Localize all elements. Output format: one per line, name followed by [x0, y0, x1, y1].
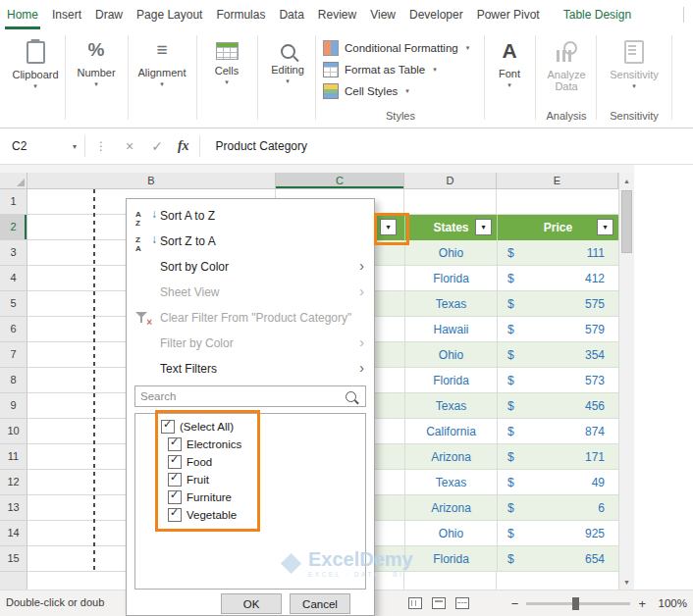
format-as-table-button[interactable]: Format as Table ▾ [319, 59, 482, 80]
cell-state[interactable]: Florida [404, 368, 497, 393]
row-header-4[interactable]: 4 [0, 266, 27, 291]
scroll-down-button[interactable]: ▼ [619, 574, 634, 590]
column-header-c[interactable]: C [276, 173, 404, 189]
cell-price[interactable]: $456 [497, 393, 618, 419]
enter-entry-icon[interactable]: ✓ [151, 138, 163, 154]
page-layout-view-button[interactable] [432, 597, 446, 609]
row-header-8[interactable]: 8 [0, 368, 27, 393]
vertical-scrollbar[interactable]: ▲ ▼ [618, 173, 634, 590]
cell-price[interactable]: $575 [497, 291, 618, 317]
clipboard-button[interactable]: Clipboard ▾ [8, 31, 63, 126]
row-header-14[interactable]: 14 [0, 521, 27, 546]
insert-function-icon[interactable]: fx [178, 138, 189, 154]
cell-price[interactable]: $579 [497, 317, 618, 342]
states-filter-button[interactable]: ▾ [475, 219, 492, 235]
scroll-up-button[interactable]: ▲ [619, 173, 634, 188]
cell-state[interactable]: Arizona [404, 444, 497, 470]
zoom-out-button[interactable]: − [511, 596, 519, 611]
tab-review[interactable]: Review [311, 0, 363, 29]
row-header-13[interactable]: 13 [0, 495, 27, 521]
cell-state[interactable]: Ohio [404, 521, 497, 546]
cell-price[interactable]: $111 [497, 240, 618, 266]
editing-button[interactable]: Editing ▾ [261, 31, 314, 126]
cell-price[interactable]: $6 [497, 495, 618, 521]
table-header-price[interactable]: Price ▾ [497, 215, 618, 240]
row-header-2[interactable]: 2 [0, 215, 27, 240]
cancel-entry-icon[interactable]: × [126, 138, 133, 154]
cell-price[interactable]: $874 [497, 419, 618, 444]
tab-insert[interactable]: Insert [45, 0, 88, 29]
cell-state[interactable]: Hawaii [404, 317, 497, 342]
cell-price[interactable]: $925 [497, 521, 618, 546]
column-header-b[interactable]: B [27, 173, 276, 189]
normal-view-button[interactable] [408, 597, 422, 609]
menu-item-sort-z-to-a[interactable]: ZA↓ Sort Z to A [127, 229, 374, 254]
tab-bar-divider [683, 7, 684, 23]
row-header-15[interactable]: 15 [0, 546, 27, 572]
scrollbar-thumb[interactable] [621, 190, 632, 253]
row-header-5[interactable]: 5 [0, 291, 27, 317]
tab-power-pivot[interactable]: Power Pivot [470, 0, 547, 29]
cell-state[interactable]: Texas [404, 470, 497, 495]
menu-item-text-filters[interactable]: Text Filters › [127, 356, 374, 382]
cell-styles-button[interactable]: Cell Styles ▾ [319, 80, 482, 102]
zoom-level[interactable]: 100% [654, 597, 687, 609]
number-button[interactable]: % Number ▾ [71, 31, 122, 126]
tab-data[interactable]: Data [272, 0, 310, 29]
alignment-button[interactable]: ≡ Alignment ▾ [132, 31, 192, 126]
row-header-3[interactable]: 3 [0, 240, 27, 266]
tab-page-layout[interactable]: Page Layout [130, 0, 209, 29]
menu-item-sort-by-color[interactable]: Sort by Color › [127, 254, 374, 280]
tab-view[interactable]: View [363, 0, 402, 29]
conditional-formatting-button[interactable]: Conditional Formatting ▾ [319, 37, 482, 59]
price-filter-button[interactable]: ▾ [597, 219, 613, 235]
cell-price[interactable]: $171 [497, 444, 618, 470]
cell-state[interactable]: Arizona [404, 495, 497, 521]
cancel-button[interactable]: Cancel [290, 593, 350, 614]
currency-symbol: $ [507, 425, 514, 438]
column-header-e[interactable]: E [497, 173, 618, 189]
cell-state[interactable]: Texas [404, 291, 497, 317]
cell-state[interactable]: Florida [404, 266, 497, 291]
cell-price[interactable]: $654 [497, 546, 618, 572]
formula-bar-dots-icon[interactable]: ⋮ [95, 139, 107, 153]
row-header-7[interactable]: 7 [0, 342, 27, 368]
row-header-9[interactable]: 9 [0, 393, 27, 419]
zoom-in-button[interactable]: + [638, 596, 646, 611]
name-box[interactable]: C2 ▾ [0, 128, 84, 164]
zoom-slider-thumb[interactable] [572, 597, 579, 610]
font-button[interactable]: A Font ▾ [488, 31, 531, 126]
cell-state[interactable]: Ohio [404, 342, 497, 368]
cell-state[interactable]: Ohio [404, 240, 497, 266]
cell-state[interactable]: Texas [404, 393, 497, 419]
formula-bar-input[interactable]: Product Category [200, 139, 693, 153]
font-label: Font [499, 68, 520, 79]
row-header-6[interactable]: 6 [0, 317, 27, 342]
filter-search-input[interactable] [135, 389, 346, 403]
cells-button[interactable]: Cells ▾ [200, 31, 253, 126]
name-box-dropdown-icon[interactable]: ▾ [73, 142, 77, 151]
tab-developer[interactable]: Developer [402, 0, 470, 29]
cell-price[interactable]: $49 [497, 470, 618, 495]
tab-draw[interactable]: Draw [88, 0, 130, 29]
tab-table-design[interactable]: Table Design [557, 0, 638, 29]
row-header-12[interactable]: 12 [0, 470, 27, 495]
zoom-slider[interactable] [526, 602, 630, 605]
row-header-10[interactable]: 10 [0, 419, 27, 444]
page-break-view-button[interactable] [455, 597, 469, 609]
tab-formulas[interactable]: Formulas [209, 0, 272, 29]
select-all-corner[interactable] [0, 173, 27, 189]
cell-state[interactable]: California [404, 419, 497, 444]
tab-home[interactable]: Home [0, 0, 45, 29]
cell-state[interactable]: Florida [404, 546, 497, 572]
row-header-11[interactable]: 11 [0, 444, 27, 470]
menu-item-sort-a-to-z[interactable]: AZ↓ Sort A to Z [127, 203, 374, 229]
ok-button[interactable]: OK [221, 593, 282, 614]
cell-price[interactable]: $412 [497, 266, 618, 291]
cell-price[interactable]: $573 [497, 368, 618, 393]
cell-price[interactable]: $354 [497, 342, 618, 368]
filter-search-box[interactable] [134, 385, 366, 407]
column-header-d[interactable]: D [404, 173, 497, 189]
row-header-1[interactable]: 1 [0, 189, 27, 215]
table-header-states[interactable]: States ▾ [404, 215, 497, 240]
